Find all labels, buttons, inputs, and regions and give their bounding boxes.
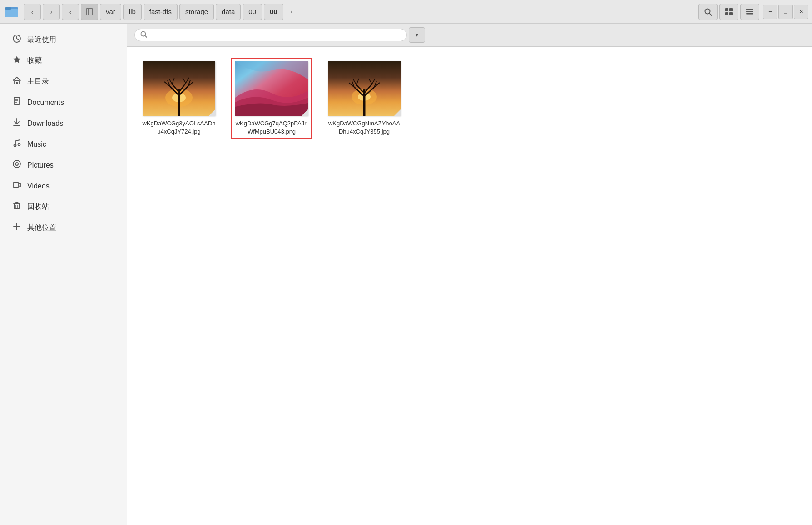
download-icon [12,118,22,129]
svg-rect-12 [746,11,753,12]
sidebar-item-favorites[interactable]: 收藏 [3,50,124,71]
home-icon [12,76,22,87]
search-dropdown-button[interactable]: ▾ [409,27,425,43]
svg-point-28 [13,160,20,168]
svg-point-29 [15,163,18,165]
sidebar-item-downloads[interactable]: Downloads [3,113,124,134]
file-item-3[interactable]: wKgDaWCGgNmAZYhoAADhu4xCqJY355.jpg [323,58,405,139]
breadcrumb-forward-arrow[interactable]: › [285,4,298,20]
svg-rect-11 [746,9,753,10]
macos-thumb-svg [235,61,308,116]
music-icon [12,139,22,150]
search-wrapper [134,29,407,41]
videos-label: Videos [27,182,50,190]
svg-rect-30 [13,183,19,187]
svg-rect-19 [16,82,18,84]
content-area: ▾ [127,24,812,525]
maximize-button[interactable]: □ [778,5,793,19]
downloads-label: Downloads [27,119,63,128]
plus-icon [12,222,22,233]
file-item-2[interactable]: wKgDaWCGg7qAQ2pPAJriWfMpuBU043.png [231,58,312,139]
sidebar-item-trash[interactable]: 回收站 [3,197,124,217]
pictures-icon [12,159,22,171]
sidebar-item-other[interactable]: 其他位置 [3,218,124,238]
location-button[interactable] [81,4,98,20]
home-label: 主目录 [27,77,49,86]
svg-rect-13 [746,13,753,15]
file-thumbnail-1 [143,61,215,116]
other-locations-label: 其他位置 [27,223,56,233]
search-icon-inner [140,31,147,39]
view-icon-button[interactable] [719,4,738,20]
file-item-1[interactable]: wKgDaWCGg3yAOl-sAADhu4xCqJY724.jpg [138,58,220,139]
svg-point-27 [18,144,20,146]
sidebar-item-documents[interactable]: Documents [3,92,124,113]
sidebar-item-home[interactable]: 主目录 [3,71,124,92]
prev-history-button[interactable]: ‹ [62,4,79,20]
back-button[interactable]: ‹ [24,4,41,20]
breadcrumb-data[interactable]: data [216,4,241,20]
view-list-button[interactable] [740,4,759,20]
search-bar: ▾ [127,24,812,47]
sidebar-item-recent[interactable]: 最近使用 [3,30,124,50]
file-thumbnail-3 [328,61,401,116]
breadcrumb-storage[interactable]: storage [179,4,214,20]
file-manager-icon [4,4,20,20]
svg-line-37 [145,35,147,37]
recent-label: 最近使用 [27,35,56,45]
forward-button[interactable]: › [43,4,60,20]
documents-label: Documents [27,99,64,107]
breadcrumb-fast-dfs[interactable]: fast-dfs [144,4,178,20]
svg-rect-10 [729,12,733,15]
svg-rect-2 [5,7,11,10]
file-name-1: wKgDaWCGg3yAOl-sAADhu4xCqJY724.jpg [142,119,216,136]
sidebar-item-videos[interactable]: Videos [3,176,124,196]
svg-marker-17 [13,56,21,63]
file-thumbnail-2 [235,61,308,116]
svg-rect-9 [725,12,728,15]
clock-icon [12,34,22,45]
svg-line-6 [709,13,712,15]
svg-rect-1 [5,9,18,17]
svg-rect-8 [729,8,733,11]
music-label: Music [27,140,46,149]
search-button[interactable] [698,4,718,20]
trash-label: 回收站 [27,202,49,212]
window-controls: − □ ✕ [763,5,808,19]
trash-icon [12,201,22,213]
search-input[interactable] [151,31,401,39]
svg-rect-7 [725,8,728,11]
minimize-button[interactable]: − [763,5,777,19]
file-name-3: wKgDaWCGgNmAZYhoAADhu4xCqJY355.jpg [327,119,401,136]
titlebar: ‹ › ‹ var lib fast-dfs storage data 00 0… [0,0,812,24]
favorites-label: 收藏 [27,56,42,65]
close-button[interactable]: ✕ [794,5,808,19]
sunset2-thumb-svg [328,61,401,116]
sidebar-item-music[interactable]: Music [3,134,124,154]
sunset-thumb-svg [143,61,215,116]
sidebar-item-pictures[interactable]: Pictures [3,155,124,175]
breadcrumb-var[interactable]: var [100,4,121,20]
main-layout: 最近使用 收藏 主目录 [0,24,812,525]
svg-rect-3 [86,9,93,15]
star-icon [12,55,22,66]
file-grid: wKgDaWCGg3yAOl-sAADhu4xCqJY724.jpg [127,47,812,525]
pictures-label: Pictures [27,161,54,169]
breadcrumb-00-first[interactable]: 00 [243,4,262,20]
file-name-2: wKgDaWCGg7qAQ2pPAJriWfMpuBU043.png [234,119,309,136]
svg-point-26 [14,144,16,147]
breadcrumb-lib[interactable]: lib [123,4,142,20]
breadcrumb-00-last[interactable]: 00 [264,4,283,20]
document-icon [12,97,22,108]
svg-line-16 [17,39,19,40]
sidebar: 最近使用 收藏 主目录 [0,24,127,525]
videos-icon [12,180,22,192]
